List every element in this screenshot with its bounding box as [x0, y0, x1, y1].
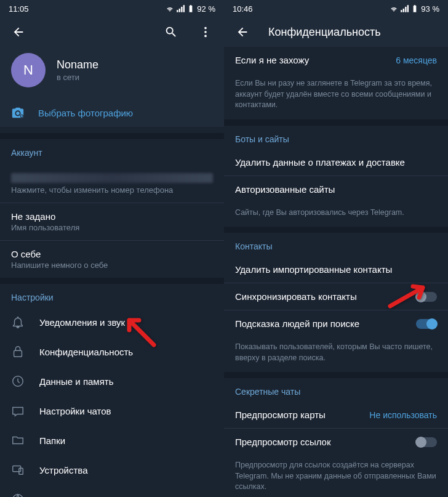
contacts-info: Показывать пользователей, которым Вы час…	[224, 337, 448, 372]
profile-status: в сети	[57, 73, 98, 82]
svg-point-1	[204, 31, 207, 33]
payments-label: Удалить данные о платежах и доставке	[235, 157, 405, 168]
header: Конфиденциальность	[224, 17, 448, 47]
settings-header: Настройки	[0, 284, 224, 307]
language-row[interactable]: Язык	[0, 485, 224, 497]
secret-header: Секретные чаты	[224, 378, 448, 402]
back-button[interactable]	[231, 21, 254, 43]
sync-contacts-row[interactable]: Синхронизировать контакты	[224, 283, 448, 310]
settings-screen: 11:05 92 % N Noname в сети Выбрать фотог…	[0, 0, 224, 497]
profile-block[interactable]: N Noname в сети	[0, 47, 224, 99]
suggest-label: Подсказка людей при поиске	[235, 318, 359, 329]
clock: 11:05	[9, 4, 29, 14]
status-icons: 93 %	[390, 4, 439, 14]
search-icon	[164, 25, 178, 39]
contacts-section: Контакты Удалить импортированные контакт…	[224, 233, 448, 372]
phone-row[interactable]: Нажмите, чтобы изменить номер телефона	[0, 163, 224, 203]
chat-settings-label: Настройки чатов	[39, 406, 111, 416]
phone-hint: Нажмите, чтобы изменить номер телефона	[11, 185, 213, 195]
link-preview-row[interactable]: Предпросмотр ссылок	[224, 429, 448, 455]
settings-section: Настройки Уведомления и звук Конфиденциа…	[0, 284, 224, 497]
contacts-header: Контакты	[224, 233, 448, 256]
username-row[interactable]: Не задано Имя пользователя	[0, 203, 224, 240]
inactive-label: Если я не захожу	[235, 55, 309, 65]
folder-icon	[11, 434, 25, 447]
wifi-icon	[166, 4, 174, 13]
signal-icon	[400, 4, 409, 13]
link-preview-toggle[interactable]	[416, 437, 437, 447]
map-preview-label: Предпросмотр карты	[235, 410, 326, 420]
back-button[interactable]	[7, 21, 30, 43]
inactive-info: Если Вы ни разу не заглянете в Telegram …	[224, 73, 448, 119]
chat-settings-row[interactable]: Настройки чатов	[0, 396, 224, 426]
folders-label: Папки	[39, 435, 65, 446]
privacy-label: Конфиденциальность	[39, 347, 133, 357]
svg-rect-6	[13, 466, 21, 472]
page-title: Конфиденциальность	[268, 26, 441, 39]
sync-label: Синхронизировать контакты	[235, 291, 357, 302]
bots-info: Сайты, где Вы авторизовались через Teleg…	[224, 203, 448, 227]
status-icons: 92 %	[166, 4, 215, 14]
data-row[interactable]: Данные и память	[0, 366, 224, 396]
battery-text: 92 %	[197, 4, 215, 14]
lock-icon	[11, 345, 25, 358]
notifications-row[interactable]: Уведомления и звук	[0, 307, 224, 337]
svg-point-0	[204, 27, 207, 30]
clock: 10:46	[233, 4, 253, 14]
svg-point-2	[204, 35, 207, 38]
devices-row[interactable]: Устройства	[0, 455, 224, 485]
account-section: Аккаунт Нажмите, чтобы изменить номер те…	[0, 139, 224, 278]
choose-photo-label: Выбрать фотографию	[38, 108, 133, 118]
svg-rect-4	[14, 350, 22, 357]
payments-row[interactable]: Удалить данные о платежах и доставке	[224, 149, 448, 176]
profile-name: Noname	[57, 59, 98, 71]
suggest-toggle[interactable]	[416, 319, 437, 329]
inactive-row[interactable]: Если я не захожу 6 месяцев	[224, 47, 448, 73]
battery-icon	[410, 4, 419, 13]
folders-row[interactable]: Папки	[0, 426, 224, 455]
data-label: Данные и память	[39, 376, 114, 387]
delete-imported-row[interactable]: Удалить импортированные контакты	[224, 256, 448, 283]
link-preview-label: Предпросмотр ссылок	[235, 437, 331, 447]
chat-icon	[11, 404, 25, 418]
globe-icon	[11, 493, 25, 497]
notifications-label: Уведомления и звук	[39, 317, 125, 328]
privacy-row[interactable]: Конфиденциальность	[0, 337, 224, 366]
map-preview-value: Не использовать	[369, 410, 437, 420]
search-button[interactable]	[160, 21, 182, 43]
wifi-icon	[390, 4, 398, 13]
avatar[interactable]: N	[11, 53, 46, 87]
username-hint: Имя пользователя	[11, 223, 213, 232]
camera-icon	[11, 106, 25, 119]
suggest-row[interactable]: Подсказка людей при поиске	[224, 310, 448, 337]
privacy-screen: 10:46 93 % Конфиденциальность Если я не …	[224, 0, 448, 497]
profile-info: Noname в сети	[57, 59, 98, 82]
signal-icon	[176, 4, 185, 13]
more-vert-icon	[199, 25, 212, 39]
about-hint: Напишите немного о себе	[11, 261, 213, 270]
inactive-value: 6 месяцев	[396, 55, 437, 65]
more-button[interactable]	[194, 21, 217, 43]
phone-blurred	[11, 173, 213, 183]
header	[0, 17, 224, 47]
map-preview-row[interactable]: Предпросмотр карты Не использовать	[224, 402, 448, 428]
about-label: О себе	[11, 249, 213, 259]
choose-photo-row[interactable]: Выбрать фотографию	[0, 99, 224, 127]
devices-label: Устройства	[39, 465, 87, 475]
status-bar: 10:46 93 %	[224, 0, 448, 17]
arrow-left-icon	[12, 25, 25, 39]
secret-section: Секретные чаты Предпросмотр карты Не исп…	[224, 378, 448, 497]
devices-icon	[11, 463, 25, 477]
username-value: Не задано	[11, 211, 213, 222]
battery-icon	[186, 4, 195, 13]
sync-toggle[interactable]	[416, 292, 437, 302]
language-label: Язык	[39, 495, 61, 498]
bots-header: Боты и сайты	[224, 126, 448, 149]
account-header: Аккаунт	[0, 139, 224, 163]
about-row[interactable]: О себе Напишите немного о себе	[0, 241, 224, 278]
delete-imported-label: Удалить импортированные контакты	[235, 264, 392, 275]
bots-section: Боты и сайты Удалить данные о платежах и…	[224, 126, 448, 227]
status-bar: 11:05 92 %	[0, 0, 224, 17]
authorized-label: Авторизованные сайты	[235, 184, 335, 195]
authorized-row[interactable]: Авторизованные сайты	[224, 176, 448, 203]
